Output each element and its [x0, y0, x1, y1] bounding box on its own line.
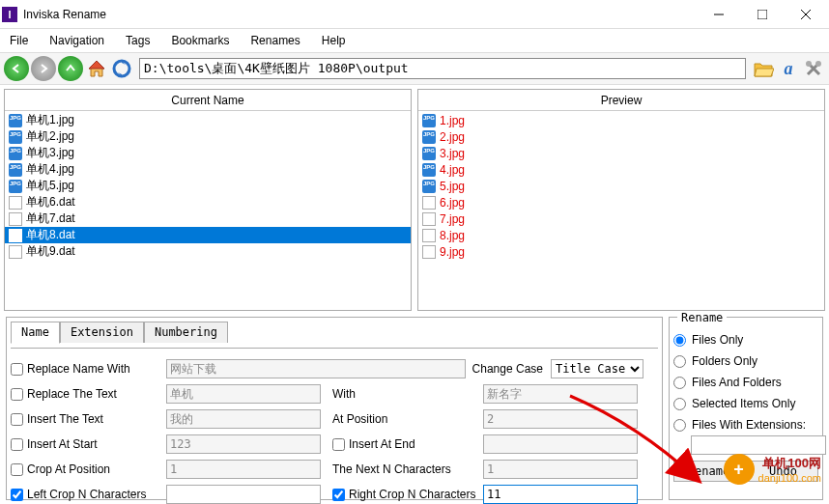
radio-folders-only-label: Folders Only: [692, 354, 758, 368]
crop-at-checkbox[interactable]: [11, 463, 23, 476]
case-button[interactable]: a: [777, 57, 800, 80]
file-name: 单机6.dat: [26, 194, 75, 210]
refresh-icon: [111, 58, 132, 79]
insert-start-checkbox[interactable]: [11, 438, 23, 451]
controls-area: Name Extension Numbering Replace Name Wi…: [0, 311, 829, 504]
radio-folders-only[interactable]: [673, 355, 686, 368]
radio-files-only[interactable]: [673, 334, 686, 347]
replace-text-checkbox[interactable]: [11, 388, 23, 401]
file-row[interactable]: 3.jpg: [418, 145, 824, 161]
file-row[interactable]: 单机2.jpg: [5, 128, 411, 145]
file-row[interactable]: 4.jpg: [418, 161, 824, 178]
next-n-label: The Next N Characters: [325, 462, 479, 476]
jpg-file-icon: [9, 114, 22, 127]
radio-files-folders[interactable]: [673, 377, 686, 389]
file-name: 单机5.jpg: [26, 178, 74, 194]
insert-start-input[interactable]: [166, 434, 321, 454]
current-name-header[interactable]: Current Name: [5, 90, 411, 111]
close-button[interactable]: [784, 1, 827, 28]
menu-bookmarks[interactable]: Bookmarks: [167, 32, 233, 49]
maximize-button[interactable]: [740, 1, 784, 28]
file-row[interactable]: 5.jpg: [418, 178, 824, 194]
preview-file-list[interactable]: 1.jpg2.jpg3.jpg4.jpg5.jpg6.jpg7.jpg8.jpg…: [418, 111, 824, 310]
replace-name-input[interactable]: [166, 359, 466, 378]
file-row[interactable]: 单机1.jpg: [5, 112, 411, 128]
path-input[interactable]: [139, 58, 746, 79]
tab-extension[interactable]: Extension: [60, 322, 144, 343]
current-file-list[interactable]: 单机1.jpg单机2.jpg单机3.jpg单机4.jpg单机5.jpg单机6.d…: [5, 111, 411, 310]
insert-end-input[interactable]: [483, 434, 638, 454]
file-name: 1.jpg: [440, 114, 465, 127]
minimize-icon: [714, 10, 724, 19]
replace-text-input[interactable]: [166, 384, 321, 404]
jpg-file-icon: [9, 180, 22, 193]
file-row[interactable]: 单机6.dat: [5, 194, 411, 210]
file-row[interactable]: 单机9.dat: [5, 243, 411, 260]
extensions-input[interactable]: [691, 435, 826, 455]
settings-button[interactable]: [802, 57, 825, 80]
file-row[interactable]: 单机3.jpg: [5, 145, 411, 161]
file-name: 单机8.dat: [26, 227, 75, 243]
radio-selected-only[interactable]: [673, 398, 686, 410]
file-row[interactable]: 7.jpg: [418, 210, 824, 227]
left-crop-checkbox[interactable]: [11, 489, 23, 501]
with-label: With: [325, 387, 479, 401]
menu-navigation[interactable]: Navigation: [45, 32, 108, 49]
file-row[interactable]: 单机7.dat: [5, 210, 411, 227]
arrow-right-icon: [37, 62, 50, 75]
options-panel: Name Extension Numbering Replace Name Wi…: [6, 317, 663, 500]
tab-name[interactable]: Name: [11, 322, 60, 344]
current-name-pane: Current Name 单机1.jpg单机2.jpg单机3.jpg单机4.jp…: [4, 89, 412, 311]
dat-file-icon: [9, 229, 22, 242]
svg-point-4: [114, 61, 129, 76]
file-row[interactable]: 单机4.jpg: [5, 161, 411, 178]
file-name: 单机2.jpg: [26, 128, 74, 145]
right-crop-input[interactable]: [483, 485, 638, 504]
open-folder-button[interactable]: [752, 57, 775, 80]
file-name: 2.jpg: [440, 130, 465, 144]
replace-name-checkbox[interactable]: [11, 363, 23, 376]
insert-end-checkbox[interactable]: [332, 438, 345, 451]
back-button[interactable]: [4, 56, 29, 81]
home-button[interactable]: [85, 57, 108, 80]
insert-text-input[interactable]: [166, 409, 321, 429]
jpg-file-icon: [9, 163, 22, 177]
at-position-label: At Position: [325, 412, 479, 426]
file-row[interactable]: 单机5.jpg: [5, 178, 411, 194]
file-row[interactable]: 2.jpg: [418, 128, 824, 145]
file-row[interactable]: 8.jpg: [418, 227, 824, 243]
crop-at-input[interactable]: [166, 460, 321, 479]
file-row[interactable]: 6.jpg: [418, 194, 824, 210]
next-n-input[interactable]: [483, 460, 638, 479]
menu-file[interactable]: File: [6, 32, 32, 49]
insert-text-checkbox[interactable]: [11, 413, 23, 426]
preview-pane: Preview 1.jpg2.jpg3.jpg4.jpg5.jpg6.jpg7.…: [417, 89, 825, 311]
left-crop-input[interactable]: [166, 485, 321, 504]
dat-file-icon: [422, 245, 436, 259]
forward-button[interactable]: [31, 56, 56, 81]
menu-renames[interactable]: Renames: [246, 32, 303, 49]
left-crop-label: Left Crop N Characters: [27, 488, 162, 501]
with-input[interactable]: [483, 384, 638, 404]
rename-legend: Rename: [677, 311, 727, 324]
file-name: 单机9.dat: [26, 243, 75, 260]
file-row[interactable]: 9.jpg: [418, 243, 824, 260]
change-case-label: Change Case: [470, 362, 547, 376]
radio-with-ext[interactable]: [673, 419, 686, 432]
minimize-button[interactable]: [697, 1, 740, 28]
menu-tags[interactable]: Tags: [122, 32, 154, 49]
watermark-logo-icon: +: [724, 454, 755, 485]
refresh-button[interactable]: [110, 57, 133, 80]
radio-selected-only-label: Selected Items Only: [692, 397, 795, 410]
file-row[interactable]: 单机8.dat: [5, 227, 411, 243]
radio-with-ext-label: Files With Extensions:: [692, 418, 806, 432]
file-row[interactable]: 1.jpg: [418, 112, 824, 128]
jpg-file-icon: [422, 147, 436, 160]
tab-numbering[interactable]: Numbering: [144, 322, 228, 343]
menu-help[interactable]: Help: [318, 32, 350, 49]
change-case-select[interactable]: Title Case: [551, 359, 643, 378]
at-position-input[interactable]: [483, 409, 638, 429]
preview-header[interactable]: Preview: [418, 90, 824, 111]
up-button[interactable]: [58, 56, 83, 81]
right-crop-checkbox[interactable]: [332, 489, 345, 501]
